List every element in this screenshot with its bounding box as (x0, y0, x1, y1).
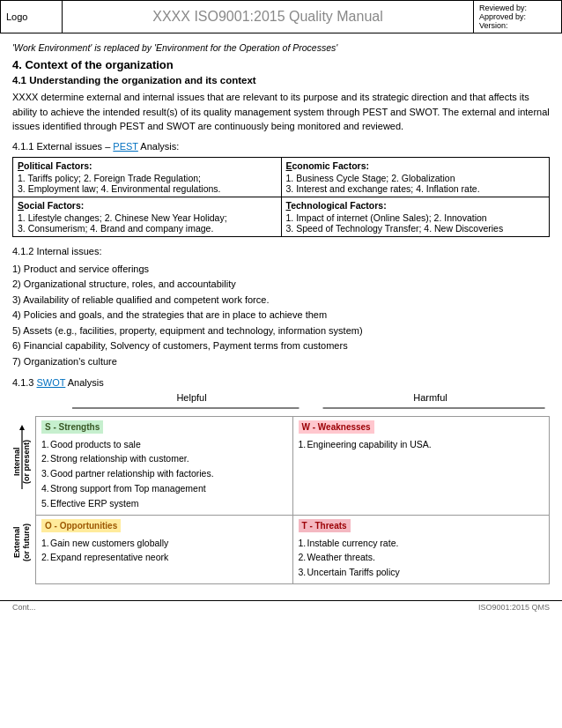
opportunities-list: Gain new customers globally Expand repre… (41, 536, 287, 566)
political-item-2: 3. Employment law; 4. Environmental regu… (18, 183, 277, 194)
helpful-label: Helpful (72, 392, 311, 403)
strengths-header: S - Strengths (41, 420, 103, 434)
swot-heading-prefix: 4.1.3 (12, 377, 37, 388)
swot-outer: Internal (or present) External (or futur… (12, 416, 550, 584)
political-header: Political Factors: (18, 160, 277, 171)
pest-table: Political Factors: 1. Tariffs policy; 2.… (12, 157, 550, 237)
threats-cell: T - Threats Instable currency rate. Weat… (292, 515, 550, 583)
opportunities-cell: O - Opportunities Gain new customers glo… (36, 515, 293, 583)
threat-1: Instable currency rate. (299, 536, 544, 551)
main-content: 'Work Environment' is replaced by 'Envir… (0, 39, 562, 595)
external-label-text: External (or future) (12, 524, 32, 561)
internal-item-1: 1) Product and service offerings (12, 262, 550, 278)
document-header: Logo XXXX ISO9001:2015 Quality Manual Re… (0, 0, 562, 33)
economic-item-2: 3. Interest and exchange rates; 4. Infla… (286, 183, 545, 194)
economic-cell: Economic Factors: 1. Business Cycle Stag… (281, 158, 550, 197)
technological-header: Technological Factors: (286, 200, 545, 211)
footer: Cont... ISO9001:2015 QMS (0, 600, 562, 613)
section4-heading: 4. Context of the organization (12, 58, 550, 71)
weakness-1: Engineering capability in USA. (299, 437, 544, 452)
footer-right: ISO9001:2015 QMS (478, 603, 550, 612)
political-cell: Political Factors: 1. Tariffs policy; 2.… (13, 158, 282, 197)
harmful-arrow (311, 404, 550, 412)
pest-heading: 4.1.1 External issues – PEST Analysis: (12, 139, 550, 154)
external-side-label: External (or future) (12, 500, 32, 584)
logo-text: Logo (6, 11, 27, 22)
technological-cell: Technological Factors: 1. Impact of inte… (281, 197, 550, 237)
pest-heading-text: 4.1.1 External issues – PEST Analysis: (12, 141, 179, 152)
reviewed-by: Reviewed by: (479, 4, 556, 12)
technological-item-2: 3. Speed of Technology Transfer; 4. New … (286, 223, 545, 234)
harmful-label: Harmful (311, 392, 550, 403)
social-header: Social Factors: (18, 200, 277, 211)
political-item-1: 1. Tariffs policy; 2. Foreign Trade Regu… (18, 173, 277, 183)
strength-4: Strong support from Top management (41, 481, 287, 496)
threat-3: Uncertain Tariffs policy (299, 565, 544, 580)
economic-item-1: 1. Business Cycle Stage; 2. Globalizatio… (286, 173, 545, 183)
footer-left: Cont... (12, 603, 36, 612)
internal-item-7: 7) Organization's culture (12, 354, 550, 370)
swot-side-labels: Internal (or present) External (or futur… (12, 416, 32, 584)
svg-marker-5 (19, 425, 25, 430)
title-prefix: XXXX (152, 9, 190, 24)
italic-note: 'Work Environment' is replaced by 'Envir… (12, 42, 550, 53)
helpful-arrow (72, 404, 311, 412)
internal-label-text: Internal (or present) (12, 440, 32, 484)
harmful-label-container: Harmful (311, 392, 550, 414)
strength-2: Strong relationship with customer. (41, 451, 287, 466)
social-cell: Social Factors: 1. Lifestyle changes; 2.… (13, 197, 282, 237)
swot-heading-suffix: Analysis (65, 377, 103, 388)
swot-arrows-container: Helpful Harmful (12, 392, 550, 414)
economic-header: Economic Factors: (286, 160, 545, 171)
swot-highlight: SWOT (37, 377, 66, 388)
internal-item-4: 4) Policies and goals, and the strategie… (12, 308, 550, 323)
title-main: ISO9001:2015 Quality Manual (190, 9, 383, 24)
social-item-2: 3. Consumerism; 4. Brand and company ima… (18, 223, 277, 234)
document-title: XXXX ISO9001:2015 Quality Manual (63, 1, 474, 33)
technological-item-1: 1. Impact of internet (Online Sales); 2.… (286, 212, 545, 223)
opportunities-header: O - Opportunities (41, 519, 121, 532)
weaknesses-list: Engineering capability in USA. (299, 437, 544, 452)
threats-header: T - Threats (299, 519, 351, 532)
social-item-1: 1. Lifestyle changes; 2. Chinese New Yea… (18, 212, 277, 223)
review-info: Reviewed by: Approved by: Version: (474, 1, 562, 33)
strengths-cell: S - Strengths Good products to sale Stro… (36, 416, 293, 515)
version: Version: (479, 21, 556, 30)
logo-cell: Logo (1, 1, 63, 33)
sub41-body: XXXX determine external and internal iss… (12, 90, 550, 134)
weaknesses-header: W - Weaknesses (299, 420, 374, 434)
opportunity-1: Gain new customers globally (41, 536, 287, 551)
strength-1: Good products to sale (41, 437, 287, 452)
internal-item-6: 6) Financial capability, Solvency of cus… (12, 338, 550, 354)
internal-item-5: 5) Assets (e.g., facilities, property, e… (12, 323, 550, 339)
strength-5: Effective ERP system (41, 496, 287, 511)
threats-list: Instable currency rate. Weather threats.… (299, 536, 544, 580)
helpful-label-container: Helpful (72, 392, 311, 414)
internal-list: 1) Product and service offerings 2) Orga… (12, 262, 550, 370)
strength-3: Good partner relationship with factories… (41, 466, 287, 481)
internal-item-2: 2) Organizational structure, roles, and … (12, 277, 550, 293)
swot-bottom-row: O - Opportunities Gain new customers glo… (36, 515, 550, 583)
weaknesses-cell: W - Weaknesses Engineering capability in… (292, 416, 550, 515)
swot-heading: 4.1.3 SWOT Analysis (12, 377, 550, 388)
opportunity-2: Expand representative neork (41, 550, 287, 565)
sub41-heading: 4.1 Understanding the organization and i… (12, 75, 550, 85)
approved-by: Approved by: (479, 12, 556, 21)
threat-2: Weather threats. (299, 550, 544, 565)
strengths-list: Good products to sale Strong relationshi… (41, 437, 287, 511)
internal-heading: 4.1.2 Internal issues: (12, 244, 550, 259)
swot-top-row: S - Strengths Good products to sale Stro… (36, 416, 550, 515)
internal-item-3: 3) Availability of reliable qualified an… (12, 293, 550, 308)
internal-side-label: Internal (or present) (12, 416, 32, 501)
swot-grid: S - Strengths Good products to sale Stro… (35, 416, 550, 584)
